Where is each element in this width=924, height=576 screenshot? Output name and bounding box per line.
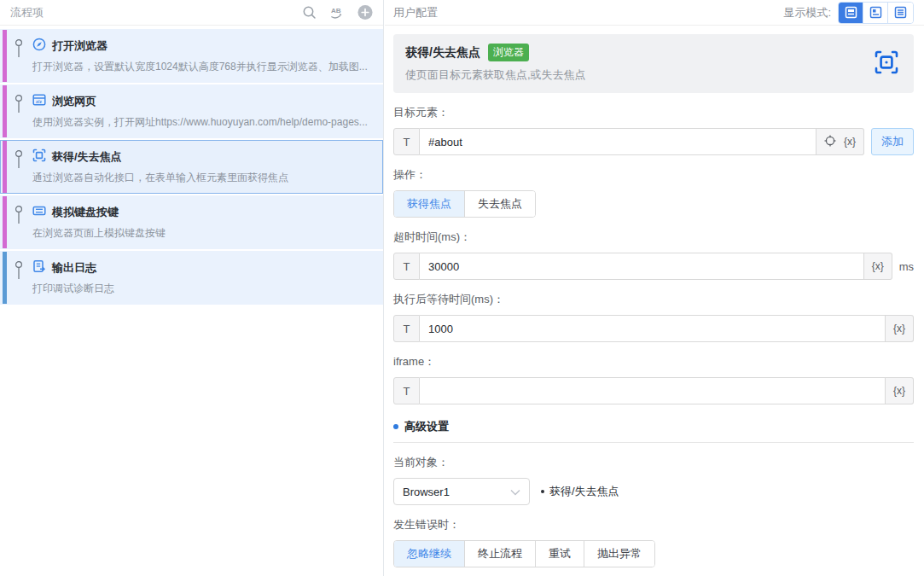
display-mode-list-icon[interactable] (888, 3, 913, 23)
target-element-label: 目标元素： (393, 105, 914, 120)
text-type-prefix: T (393, 377, 420, 404)
flow-item-desc: 通过浏览器自动化接口，在表单输入框元素里面获得焦点 (32, 171, 374, 185)
display-mode-card-icon[interactable] (839, 3, 863, 23)
flow-item-desc: 打印调试诊断日志 (32, 282, 374, 296)
keyboard-icon (32, 204, 46, 220)
flow-item-simulate-keyboard[interactable]: 模拟键盘按键 在浏览器页面上模拟键盘按键 (0, 195, 383, 249)
variable-icon[interactable]: {x} (893, 323, 905, 335)
sidebar-title: 流程项 (10, 5, 44, 20)
display-mode-label: 显示模式: (783, 5, 831, 20)
flow-item-output-log[interactable]: 输出日志 打印调试诊断日志 (0, 251, 383, 305)
config-title: 用户配置 (393, 5, 438, 20)
flow-item-title: 浏览网页 (52, 94, 96, 109)
flow-item-desc: 打开浏览器，设置默认宽度1024默认高度768并执行显示浏览器、加载图... (32, 60, 374, 74)
log-icon (32, 259, 46, 276)
flow-list: 打开浏览器 打开浏览器，设置默认宽度1024默认高度768并执行显示浏览器、加载… (0, 26, 383, 305)
flow-item-title: 模拟键盘按键 (52, 205, 119, 220)
current-object-label: 当前对象： (393, 455, 914, 470)
timeout-unit-label: ms (899, 260, 914, 273)
config-panel: 用户配置 显示模式: 获得/失去焦点 浏览器 使页面目标元素获取焦点,或失去焦点 (385, 0, 924, 576)
component-subtitle: 使页面目标元素获取焦点,或失去焦点 (405, 67, 902, 83)
iframe-label: iframe： (393, 354, 914, 369)
timeline-node-icon (15, 202, 23, 228)
flow-item-desc: 使用浏览器实例，打开网址https://www.huoyuyan.com/hel… (32, 115, 374, 130)
current-object-select[interactable]: Browser1 (393, 478, 530, 505)
flow-item-title: 输出日志 (52, 260, 96, 276)
error-throw-button[interactable]: 抛出异常 (584, 541, 654, 567)
operation-get-focus-button[interactable]: 获得焦点 (394, 191, 465, 217)
text-type-prefix: T (393, 315, 420, 342)
rename-ab-icon[interactable]: AB (329, 5, 345, 20)
timeout-input[interactable] (420, 253, 864, 280)
compass-icon (32, 38, 46, 54)
operation-lose-focus-button[interactable]: 失去焦点 (465, 191, 535, 217)
error-stop-flow-button[interactable]: 终止流程 (465, 541, 536, 567)
on-error-label: 发生错误时： (393, 517, 914, 532)
current-object-value: Browser1 (403, 486, 450, 498)
error-handling-toggle-group: 忽略继续 终止流程 重试 抛出异常 (393, 540, 655, 567)
element-picker-icon[interactable] (824, 135, 836, 149)
operation-toggle-group: 获得焦点 失去焦点 (393, 190, 536, 218)
component-title: 获得/失去焦点 (405, 45, 480, 61)
flow-item-title: 打开浏览器 (52, 38, 108, 54)
advanced-settings-label: 高级设置 (404, 419, 449, 434)
wait-after-input[interactable] (420, 315, 886, 342)
text-type-prefix: T (393, 253, 420, 280)
variable-icon[interactable]: {x} (872, 260, 884, 272)
display-mode-compact-icon[interactable] (863, 3, 888, 23)
iframe-input[interactable] (420, 377, 886, 404)
svg-text:z/z: z/z (36, 99, 42, 104)
bullet-icon (541, 490, 544, 493)
error-retry-button[interactable]: 重试 (536, 541, 584, 567)
search-icon[interactable] (301, 5, 317, 20)
timeline-node-icon (15, 36, 23, 61)
flow-item-title: 获得/失去焦点 (52, 149, 122, 165)
flow-item-focus-blur[interactable]: 获得/失去焦点 通过浏览器自动化接口，在表单输入框元素里面获得焦点 (0, 140, 383, 194)
timeline-node-icon (15, 258, 23, 283)
advanced-dot-icon (393, 424, 398, 429)
flow-item-browse-page[interactable]: z/z 浏览网页 使用浏览器实例，打开网址https://www.huoyuya… (0, 84, 383, 138)
timeout-label: 超时时间(ms)： (393, 230, 914, 245)
svg-text:AB: AB (331, 7, 341, 15)
variable-icon[interactable]: {x} (844, 136, 856, 148)
config-header: 用户配置 显示模式: (385, 0, 924, 26)
flow-item-desc: 在浏览器页面上模拟键盘按键 (32, 226, 374, 241)
browser-window-icon: z/z (32, 93, 46, 109)
chevron-down-icon (510, 486, 520, 498)
timeline-node-icon (15, 91, 23, 117)
add-flow-item-icon[interactable] (357, 5, 373, 20)
component-summary-card: 获得/失去焦点 浏览器 使页面目标元素获取焦点,或失去焦点 (393, 34, 914, 93)
wait-after-label: 执行后等待时间(ms)： (393, 292, 914, 307)
component-category-badge: 浏览器 (488, 44, 529, 61)
timeline-node-icon (15, 147, 23, 172)
flow-item-open-browser[interactable]: 打开浏览器 打开浏览器，设置默认宽度1024默认高度768并执行显示浏览器、加载… (0, 29, 383, 83)
error-ignore-button[interactable]: 忽略继续 (394, 541, 465, 567)
add-target-button[interactable]: 添加 (871, 128, 914, 155)
focus-icon (32, 148, 46, 165)
variable-icon[interactable]: {x} (893, 385, 905, 397)
text-type-prefix: T (393, 128, 420, 155)
operation-label: 操作： (393, 167, 914, 183)
advanced-settings-section: 高级设置 (393, 419, 914, 443)
target-element-input[interactable] (420, 128, 816, 155)
flow-sidebar: 流程项 AB 打开浏览器 打开浏览器，设置默认宽度1024 (0, 0, 384, 576)
focus-icon (874, 49, 899, 79)
display-mode-toggle (838, 2, 914, 24)
sidebar-header: 流程项 AB (0, 0, 383, 26)
current-object-note: 获得/失去焦点 (541, 484, 619, 499)
